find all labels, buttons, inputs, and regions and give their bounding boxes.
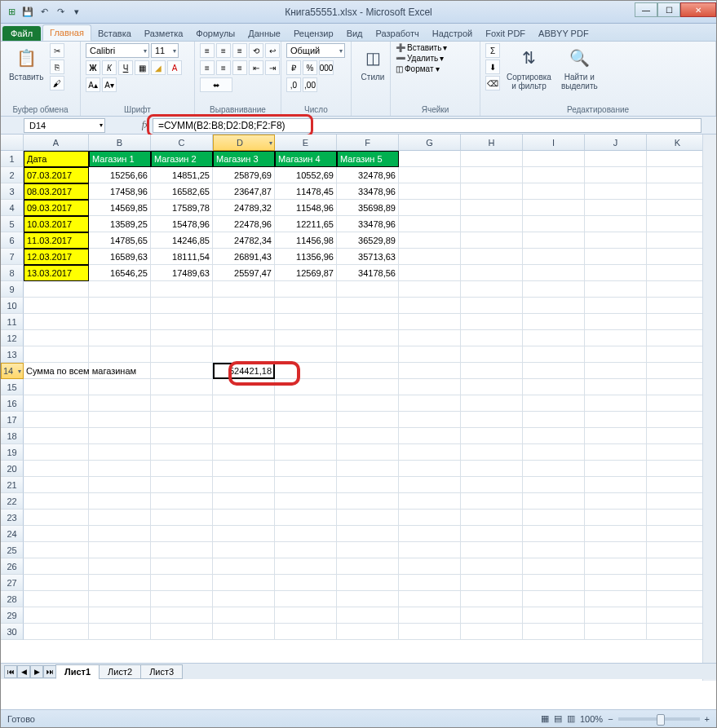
cell[interactable] — [337, 542, 399, 558]
cell[interactable] — [523, 461, 585, 477]
currency-icon[interactable]: ₽ — [286, 60, 301, 75]
cell[interactable]: Магазин 1 — [89, 151, 151, 167]
cell[interactable] — [24, 526, 89, 542]
cell[interactable] — [647, 183, 709, 200]
align-center-icon[interactable]: ≡ — [216, 60, 231, 75]
cell[interactable] — [523, 346, 585, 363]
cell[interactable] — [24, 379, 89, 395]
cell[interactable]: 24782,34 — [213, 232, 275, 249]
cell[interactable]: 09.03.2017 — [24, 200, 89, 216]
cell[interactable] — [647, 607, 709, 624]
cell[interactable] — [647, 216, 709, 232]
view-break-icon[interactable]: ▥ — [567, 713, 575, 724]
bold-button[interactable]: Ж — [86, 60, 100, 75]
cell[interactable] — [399, 444, 461, 461]
row-header[interactable]: 27 — [1, 575, 24, 591]
cell[interactable] — [275, 363, 337, 379]
cell[interactable] — [275, 542, 337, 558]
cell[interactable] — [151, 379, 213, 395]
cell[interactable] — [647, 591, 709, 607]
cell[interactable] — [24, 591, 89, 607]
cell[interactable] — [213, 558, 275, 575]
fill-icon[interactable]: ⬇ — [485, 60, 500, 74]
cell[interactable] — [213, 461, 275, 477]
cell[interactable] — [585, 151, 647, 167]
cell[interactable] — [399, 151, 461, 167]
cell[interactable]: 16546,25 — [89, 265, 151, 281]
cell[interactable] — [151, 542, 213, 558]
cell[interactable]: Сумма по всем магазинам — [24, 363, 89, 379]
tab-view[interactable]: Вид — [340, 26, 370, 41]
cell[interactable] — [647, 477, 709, 493]
cell[interactable] — [461, 183, 523, 200]
cell[interactable] — [399, 428, 461, 444]
cell[interactable] — [399, 395, 461, 412]
qa-dropdown-icon[interactable]: ▾ — [69, 5, 84, 20]
cell[interactable] — [151, 428, 213, 444]
font-color-button[interactable]: A — [167, 60, 182, 75]
cell[interactable] — [523, 493, 585, 510]
vertical-scrollbar[interactable] — [702, 135, 716, 681]
cell[interactable] — [89, 330, 151, 346]
cell[interactable] — [89, 298, 151, 314]
row-header[interactable]: 26 — [1, 558, 24, 575]
cell[interactable] — [585, 216, 647, 232]
cell[interactable] — [523, 216, 585, 232]
cell[interactable]: 25879,69 — [213, 167, 275, 183]
cell[interactable] — [337, 412, 399, 428]
cell[interactable] — [523, 591, 585, 607]
cell[interactable] — [399, 461, 461, 477]
tab-formulas[interactable]: Формулы — [189, 26, 241, 41]
cell[interactable]: 11478,45 — [275, 183, 337, 200]
col-header[interactable]: A — [24, 135, 89, 151]
cell[interactable]: 14246,85 — [151, 232, 213, 249]
cell[interactable]: 13.03.2017 — [24, 265, 89, 281]
cell[interactable]: Магазин 3 — [213, 151, 275, 167]
cell[interactable] — [337, 591, 399, 607]
cell[interactable] — [461, 444, 523, 461]
cut-icon[interactable]: ✂ — [50, 43, 64, 58]
cell[interactable] — [647, 167, 709, 183]
paste-button[interactable]: 📋 Вставить — [6, 43, 46, 83]
cell[interactable] — [213, 624, 275, 640]
cell[interactable] — [585, 624, 647, 640]
cell[interactable] — [89, 379, 151, 395]
close-button[interactable]: ✕ — [680, 2, 716, 17]
cell[interactable] — [213, 346, 275, 363]
minimize-button[interactable]: — — [635, 2, 657, 17]
cell[interactable] — [337, 346, 399, 363]
cell[interactable] — [523, 477, 585, 493]
cell[interactable]: 17489,63 — [151, 265, 213, 281]
tab-review[interactable]: Рецензир — [287, 26, 340, 41]
cell[interactable] — [337, 493, 399, 510]
cell[interactable] — [151, 346, 213, 363]
cell[interactable] — [151, 363, 213, 379]
cell[interactable] — [151, 510, 213, 526]
cell[interactable] — [461, 428, 523, 444]
align-left-icon[interactable]: ≡ — [200, 60, 215, 75]
cell[interactable] — [399, 265, 461, 281]
cell[interactable] — [89, 477, 151, 493]
cell[interactable] — [213, 607, 275, 624]
cell[interactable] — [523, 167, 585, 183]
cell[interactable] — [89, 314, 151, 330]
cell[interactable] — [275, 395, 337, 412]
tab-nav-last-icon[interactable]: ⏭ — [43, 665, 56, 678]
cell[interactable] — [461, 477, 523, 493]
row-header[interactable]: 19 — [1, 444, 24, 461]
cell[interactable] — [461, 346, 523, 363]
cell[interactable] — [523, 379, 585, 395]
cell[interactable] — [647, 330, 709, 346]
cell[interactable] — [461, 461, 523, 477]
cell[interactable] — [213, 281, 275, 298]
col-header[interactable]: D — [213, 135, 275, 151]
tab-home[interactable]: Главная — [42, 24, 91, 41]
cell[interactable] — [213, 314, 275, 330]
cell[interactable] — [89, 281, 151, 298]
row-header[interactable]: 2 — [1, 167, 24, 183]
cell[interactable] — [461, 249, 523, 265]
cell[interactable] — [523, 183, 585, 200]
cell[interactable] — [399, 216, 461, 232]
cell[interactable] — [399, 493, 461, 510]
delete-cells-button[interactable]: ➖Удалить▾ — [396, 54, 447, 63]
